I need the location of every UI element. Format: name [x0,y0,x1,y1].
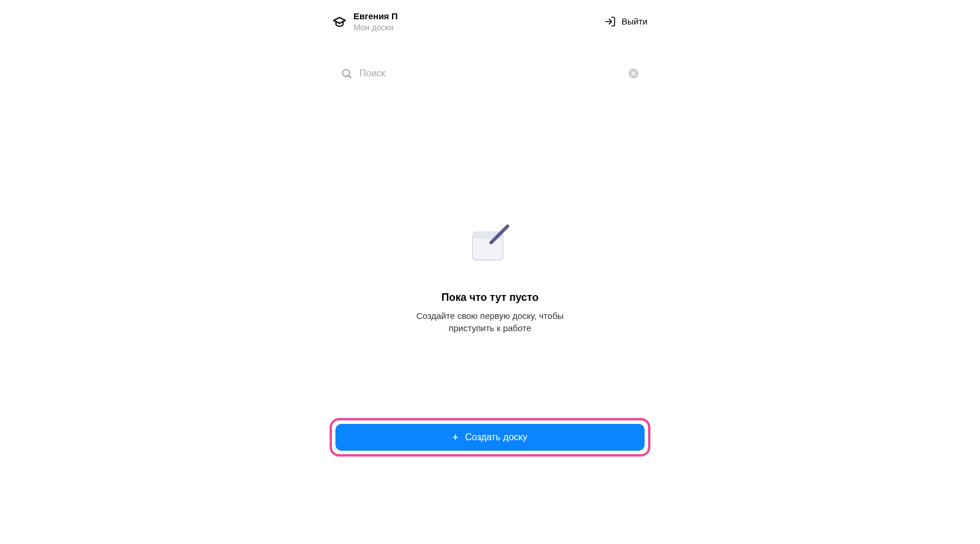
svg-line-2 [349,75,351,78]
logout-label: Выйти [622,16,648,26]
user-info: Евгения П Мои доски [332,10,398,33]
header: Евгения П Мои доски Выйти [332,10,648,33]
create-button-highlight: + Создать доску [330,418,650,457]
empty-state-title: Пока что тут пусто [442,292,538,304]
clear-search-icon[interactable] [628,68,639,79]
logout-icon [604,16,616,27]
search-bar [332,61,648,86]
create-button-label: Создать доску [465,432,527,443]
user-subtitle: Мои доски [354,22,398,33]
empty-state: Пока что тут пусто Создайте свою первую … [332,220,648,335]
search-input[interactable] [359,68,621,79]
search-icon [341,68,352,79]
user-name: Евгения П [354,10,398,22]
empty-board-illustration [467,220,513,267]
graduation-cap-icon [332,15,346,29]
plus-icon: + [453,433,458,442]
empty-state-subtitle: Создайте свою первую доску, чтобы присту… [414,310,566,335]
create-board-button[interactable]: + Создать доску [335,424,645,451]
logout-button[interactable]: Выйти [604,16,648,27]
